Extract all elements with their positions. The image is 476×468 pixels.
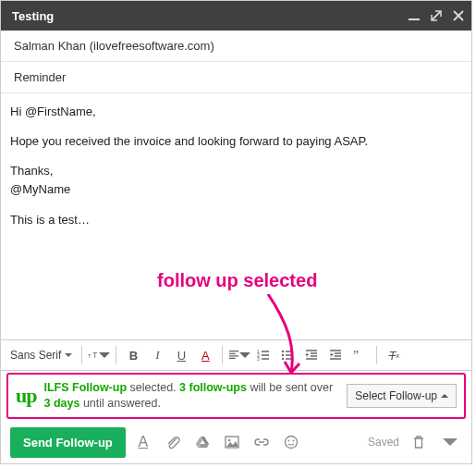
compose-window: Testing Salman Khan (ilovefreesoftware.c… [0,0,472,464]
svg-point-12 [285,437,297,449]
svg-point-14 [292,440,294,442]
select-followup-label: Select Follow-up [355,389,437,402]
greeting-pre: Hi [10,105,25,118]
select-followup-button[interactable]: Select Follow-up [347,384,457,408]
svg-rect-0 [409,18,420,20]
myname-token: @MyName [10,182,70,196]
indent-less-button[interactable] [300,344,323,366]
svg-text:”: ” [353,349,359,362]
followup-bar: up ILFS Follow-up selected. 3 follow-ups… [6,373,466,419]
font-size-button[interactable]: TT [88,344,110,366]
t3: until answered. [79,397,161,410]
drive-icon[interactable] [190,430,214,454]
close-icon[interactable] [453,10,464,21]
formatting-toolbar: Sans Serif TT B I U A 123 ” Tx [1,339,471,371]
followup-status-text: ILFS Follow-up selected. 3 follow-ups wi… [43,380,339,412]
greeting-post: , [92,105,96,118]
bold-button[interactable]: B [122,344,144,366]
compose-bottom-bar: Send Follow-up A Saved [1,421,471,463]
emoji-icon[interactable] [279,430,303,454]
text-color-button[interactable]: A [194,344,216,366]
window-titlebar: Testing [1,1,471,31]
send-followup-button[interactable]: Send Follow-up [10,427,126,458]
saved-label: Saved [368,436,399,449]
followup-count: 3 follow-ups [179,381,247,394]
annotation-label: follow up selected [157,270,317,291]
body-extra: This is a test… [10,211,458,229]
subject-field[interactable]: Reminder [1,62,471,93]
bullet-list-button[interactable] [276,344,299,366]
align-button[interactable] [228,344,250,366]
chevron-up-icon [441,392,448,400]
discard-icon[interactable] [407,430,431,454]
followup-name: ILFS Follow-up [43,381,127,394]
formatting-a-icon[interactable]: A [131,430,155,454]
thanks: Thanks, [10,164,53,178]
photo-icon[interactable] [220,430,244,454]
svg-text:T: T [88,353,92,359]
followup-days: 3 days [43,397,79,410]
italic-button[interactable]: I [146,344,168,366]
to-field[interactable]: Salman Khan (ilovefreesoftware.com) [1,31,471,62]
indent-more-button[interactable] [324,344,347,366]
link-icon[interactable] [250,430,274,454]
svg-point-7 [282,354,284,356]
font-family-select[interactable]: Sans Serif [8,349,76,362]
popout-icon[interactable] [431,10,442,21]
chevron-down-icon [65,351,72,359]
minimize-icon[interactable] [409,10,420,21]
svg-point-6 [282,351,284,352]
bottom-right-group: Saved [368,430,462,454]
t1: selected. [127,381,179,394]
svg-point-11 [227,439,230,442]
svg-text:T: T [93,351,98,360]
more-options-icon[interactable] [438,430,462,454]
window-title: Testing [12,9,54,23]
firstname-token: @FirstName [25,105,92,118]
svg-point-8 [282,358,284,360]
svg-text:3: 3 [257,356,260,362]
body-line-1: Hope you received the invoice and lookin… [10,132,458,151]
t2: will be sent over [247,381,333,394]
message-body[interactable]: Hi @FirstName, Hope you received the inv… [1,93,471,339]
svg-point-13 [287,440,289,442]
numbered-list-button[interactable]: 123 [252,344,275,366]
quote-button[interactable]: ” [348,344,371,366]
underline-button[interactable]: U [170,344,192,366]
attach-icon[interactable] [161,430,185,454]
window-controls [409,10,464,21]
followup-logo: up [16,387,36,405]
font-family-label: Sans Serif [10,349,61,362]
strikethrough-button[interactable]: Tx [383,344,405,366]
